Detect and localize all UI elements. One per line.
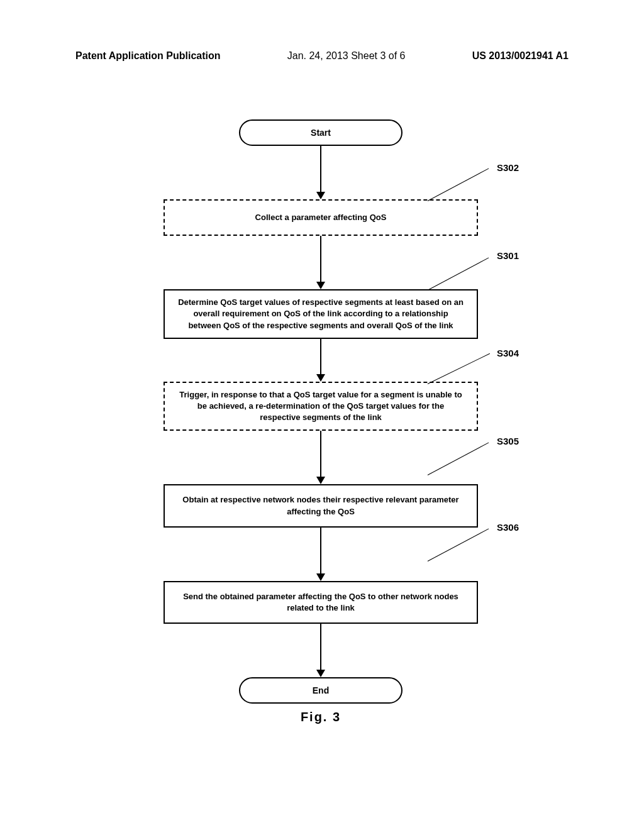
label-s304: S304: [497, 348, 519, 358]
lead-s302: [428, 168, 489, 201]
step-s305-box: Obtain at respective network nodes their…: [164, 484, 478, 527]
header-date-sheet: Jan. 24, 2013 Sheet 3 of 6: [287, 50, 406, 62]
step-s304-box: Trigger, in response to that a QoS targe…: [164, 382, 478, 431]
arrow-3: [320, 339, 321, 382]
step-s305-text: Obtain at respective network nodes their…: [182, 495, 458, 516]
arrow-4: [320, 431, 321, 484]
step-s301-text: Determine QoS target values of respectiv…: [178, 297, 464, 329]
start-terminal: Start: [239, 119, 402, 146]
lead-s301: [428, 257, 489, 290]
arrow-2: [320, 236, 321, 289]
step-s301-box: Determine QoS target values of respectiv…: [164, 289, 478, 339]
arrow-5: [320, 528, 321, 581]
lead-s304: [428, 353, 490, 384]
label-s301: S301: [497, 250, 519, 261]
flowchart-container: Start S302 Collect a parameter affecting…: [113, 119, 528, 724]
label-s302: S302: [497, 162, 519, 173]
label-s305: S305: [497, 436, 519, 446]
arrow-6: [320, 624, 321, 677]
end-terminal: End: [239, 677, 402, 704]
start-label: Start: [311, 128, 331, 138]
step-s302-box: Collect a parameter affecting QoS: [164, 199, 478, 236]
step-s306-text: Send the obtained parameter affecting th…: [183, 592, 458, 612]
figure-caption: Fig. 3: [113, 710, 528, 724]
lead-s306: [428, 528, 489, 562]
arrow-1: [320, 146, 321, 199]
step-s302-text: Collect a parameter affecting QoS: [255, 213, 387, 222]
label-s306: S306: [497, 522, 519, 533]
header-patent-number: US 2013/0021941 A1: [472, 50, 569, 62]
step-s306-box: Send the obtained parameter affecting th…: [164, 581, 478, 624]
step-s304-text: Trigger, in response to that a QoS targe…: [179, 390, 462, 422]
header-publication: Patent Application Publication: [75, 50, 221, 62]
lead-s305: [428, 442, 489, 475]
end-label: End: [313, 685, 329, 695]
page-header: Patent Application Publication Jan. 24, …: [0, 0, 644, 62]
